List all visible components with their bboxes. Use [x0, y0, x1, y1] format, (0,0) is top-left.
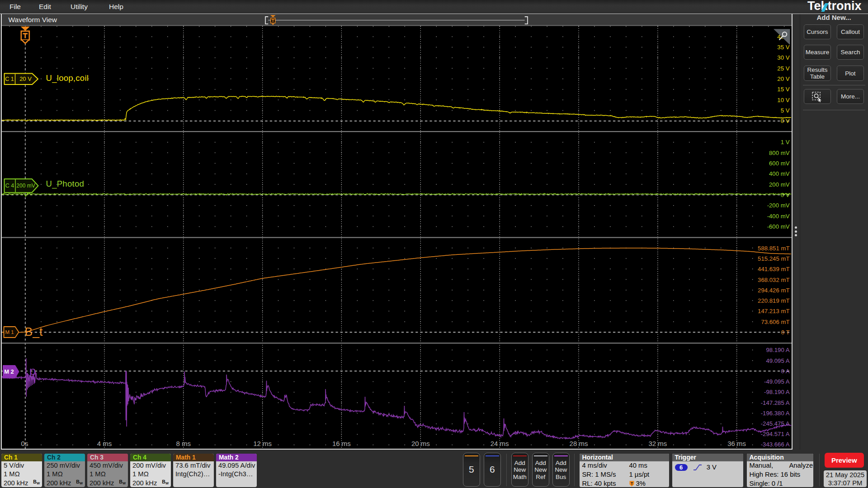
- svg-text:M 2: M 2: [4, 368, 14, 375]
- svg-text:368.032 mT: 368.032 mT: [758, 277, 789, 283]
- svg-text:C 4: C 4: [5, 183, 14, 189]
- svg-text:28 ms: 28 ms: [569, 440, 588, 447]
- svg-text:588.851 mT: 588.851 mT: [758, 245, 789, 252]
- svg-text:-196.380 A: -196.380 A: [760, 410, 789, 417]
- svg-text:U_loop,coil: U_loop,coil: [46, 73, 89, 83]
- svg-text:24 ms: 24 ms: [490, 440, 509, 447]
- svg-text:4 ms: 4 ms: [97, 440, 111, 447]
- svg-text:0 A: 0 A: [781, 368, 789, 375]
- svg-text:441.639 mT: 441.639 mT: [758, 266, 789, 272]
- svg-text:200 mV: 200 mV: [16, 183, 35, 189]
- svg-text:35 V: 35 V: [777, 44, 789, 51]
- svg-text:0 V: 0 V: [780, 117, 789, 124]
- svg-text:B_t: B_t: [24, 325, 42, 338]
- svg-text:5 V: 5 V: [780, 107, 789, 114]
- svg-text:-294.571 A: -294.571 A: [760, 431, 789, 437]
- svg-text:C 1: C 1: [5, 76, 14, 82]
- svg-text:T: T: [630, 481, 633, 485]
- svg-text:147.213 mT: 147.213 mT: [758, 308, 789, 314]
- svg-text:32 ms: 32 ms: [648, 440, 667, 447]
- svg-text:-343.666 A: -343.666 A: [760, 441, 789, 448]
- svg-text:294.426 mT: 294.426 mT: [758, 287, 789, 294]
- svg-text:800 mV: 800 mV: [769, 150, 790, 156]
- svg-text:Waveform View: Waveform View: [8, 16, 57, 23]
- svg-text:-600 mV: -600 mV: [767, 223, 789, 230]
- svg-text:600 mV: 600 mV: [769, 160, 790, 167]
- svg-text:0 V: 0 V: [780, 192, 789, 198]
- svg-text:20 ms: 20 ms: [411, 440, 429, 447]
- svg-text:p: p: [29, 364, 36, 378]
- svg-text:16 ms: 16 ms: [332, 440, 350, 447]
- svg-text:-98.190 A: -98.190 A: [764, 389, 790, 395]
- svg-text:30 V: 30 V: [777, 54, 789, 61]
- svg-text:15 V: 15 V: [777, 86, 789, 93]
- svg-text:-49.095 A: -49.095 A: [764, 378, 790, 385]
- svg-text:98.190 A: 98.190 A: [766, 347, 789, 353]
- svg-text:8 ms: 8 ms: [176, 440, 190, 447]
- svg-text:400 mV: 400 mV: [769, 170, 790, 177]
- svg-text:20 V: 20 V: [777, 75, 789, 82]
- svg-text:515.245 mT: 515.245 mT: [758, 255, 789, 262]
- svg-text:0s: 0s: [21, 440, 28, 447]
- svg-text:25 V: 25 V: [777, 65, 789, 72]
- svg-text:-245.475 A: -245.475 A: [760, 420, 789, 427]
- svg-text:220.819 mT: 220.819 mT: [758, 297, 789, 304]
- svg-text:0 T: 0 T: [781, 329, 789, 336]
- svg-text:10 V: 10 V: [777, 97, 789, 103]
- svg-text:-200 mV: -200 mV: [767, 202, 789, 209]
- svg-text:20 V: 20 V: [19, 75, 32, 82]
- svg-text:73.606 mT: 73.606 mT: [761, 319, 789, 325]
- svg-text:-147.285 A: -147.285 A: [760, 399, 789, 406]
- svg-text:49.095 A: 49.095 A: [766, 357, 789, 364]
- svg-text:1 V: 1 V: [780, 139, 789, 145]
- svg-text:36 ms: 36 ms: [727, 440, 746, 447]
- svg-text:-400 mV: -400 mV: [767, 213, 789, 220]
- svg-text:12 ms: 12 ms: [253, 440, 272, 447]
- svg-text:U_Photod: U_Photod: [46, 179, 84, 189]
- svg-text:200 mV: 200 mV: [769, 181, 790, 188]
- svg-text:M 1: M 1: [5, 329, 14, 335]
